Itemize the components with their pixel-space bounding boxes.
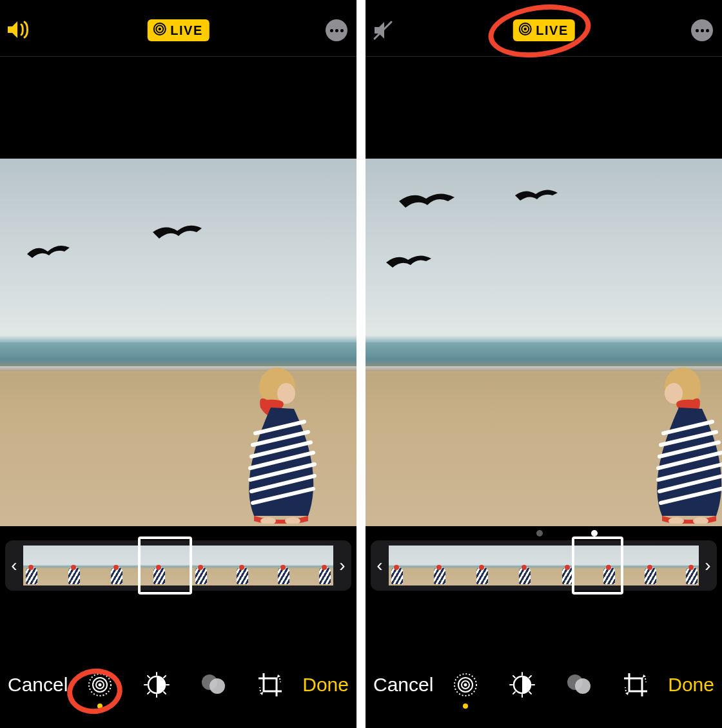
svg-point-13 [285,517,300,524]
live-photo-icon [152,22,166,39]
svg-point-17 [99,684,102,687]
filmstrip-frame[interactable] [139,546,178,585]
svg-point-2 [158,27,161,30]
chevron-right-icon[interactable]: › [333,555,351,576]
filmstrip-frame[interactable] [295,546,333,585]
crop-tool[interactable] [255,670,285,700]
child-figure [232,362,329,526]
live-badge-label: LIVE [536,23,568,38]
svg-point-28 [210,678,225,694]
live-badge[interactable]: LIVE [512,19,574,41]
editor-toolbar: Cancel Done [366,657,722,728]
photo-preview[interactable] [0,159,356,526]
filters-tool[interactable] [564,670,594,700]
sound-muted-icon[interactable] [372,19,395,44]
keyframe-dot-active [591,530,598,536]
filmstrip-frame[interactable] [505,546,543,585]
bird-icon [514,188,559,206]
live-photo-tool[interactable] [451,670,480,700]
filmstrip-frame[interactable] [466,546,505,585]
editor-topbar: LIVE [0,0,356,57]
svg-point-45 [693,517,708,524]
bird-icon [26,242,71,262]
live-photo-tool[interactable] [85,670,115,700]
svg-point-60 [575,678,590,694]
svg-line-23 [148,676,150,678]
live-badge-label: LIVE [170,23,202,38]
adjust-tool[interactable] [142,670,171,700]
filmstrip-frame[interactable] [583,546,621,585]
bird-icon [398,191,456,213]
svg-line-24 [164,692,166,694]
live-photo-filmstrip[interactable]: ‹ › [5,540,351,591]
live-photo-icon [518,22,532,39]
filmstrip-frame[interactable] [101,546,139,585]
done-button[interactable]: Done [302,674,349,696]
cancel-button[interactable]: Cancel [373,674,433,696]
svg-marker-30 [260,692,263,695]
bird-icon [151,223,203,244]
svg-line-55 [513,676,515,678]
filmstrip-frame[interactable] [621,546,660,585]
svg-marker-62 [625,692,629,695]
chevron-right-icon[interactable]: › [699,555,717,576]
live-badge[interactable]: LIVE [147,19,209,41]
active-tool-dot [463,703,468,709]
filmstrip-frame[interactable] [389,546,427,585]
crop-tool[interactable] [621,670,650,700]
svg-point-49 [464,684,467,687]
more-button[interactable] [691,19,713,41]
phone-left: LIVE [0,0,356,728]
svg-marker-29 [277,674,280,678]
svg-marker-61 [643,674,646,678]
chevron-left-icon[interactable]: ‹ [5,555,23,576]
filmstrip-frame[interactable] [256,546,295,585]
photo-preview[interactable] [366,159,722,526]
filmstrip-frame[interactable] [23,546,62,585]
live-photo-filmstrip[interactable]: ‹ › [371,540,717,591]
adjust-tool[interactable] [507,670,537,700]
keyframe-dots [366,530,722,538]
filmstrip-frame[interactable] [62,546,101,585]
keyframe-dot [536,530,543,536]
filmstrip-frame[interactable] [179,546,217,585]
svg-line-56 [529,692,531,694]
active-tool-dot [97,703,102,709]
phone-right: LIVE [366,0,722,728]
cancel-button[interactable]: Cancel [8,674,68,696]
editor-topbar: LIVE [366,0,722,57]
svg-line-57 [513,692,515,694]
svg-point-34 [523,27,526,30]
more-button[interactable] [326,19,347,41]
sound-on-icon[interactable] [6,19,32,43]
chevron-left-icon[interactable]: ‹ [371,555,389,576]
filters-tool[interactable] [199,670,228,700]
filmstrip-frame[interactable] [217,546,256,585]
filmstrip-frame[interactable] [427,546,466,585]
done-button[interactable]: Done [668,674,714,696]
svg-line-26 [164,676,166,678]
svg-line-25 [148,692,150,694]
child-figure [643,362,722,526]
editor-toolbar: Cancel Done [0,657,356,728]
svg-line-58 [529,676,531,678]
bird-icon [385,252,433,271]
filmstrip-frame[interactable] [660,546,699,585]
filmstrip-frame[interactable] [544,546,583,585]
